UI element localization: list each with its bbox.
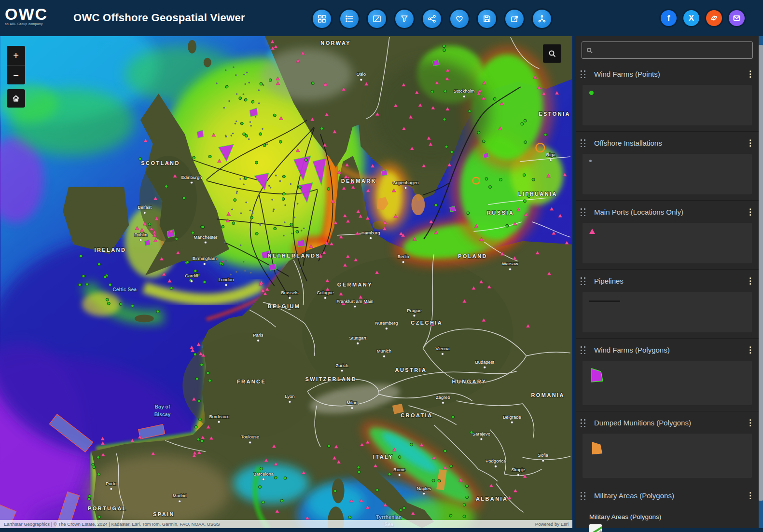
country-label: ALBANIA — [476, 496, 508, 502]
layer-header[interactable]: Military Areas (Polygons) ⋮ — [576, 484, 759, 506]
city-label: Manchester — [194, 234, 217, 240]
offshore-installation-marker — [233, 66, 235, 68]
wind-farm-marker — [311, 82, 314, 85]
wind-farm-marker — [282, 175, 285, 178]
wind-farm-marker — [466, 485, 469, 488]
drag-handle-icon[interactable] — [580, 138, 586, 147]
map-canvas[interactable]: NORWAYSCOTLANDIRELANDDENMARKNETHERLANDSG… — [0, 36, 572, 528]
wind-farm-marker — [208, 155, 211, 158]
map-edit-icon[interactable] — [368, 10, 386, 28]
wind-farm-marker — [449, 514, 452, 517]
wind-farm-marker — [282, 198, 285, 201]
scrollbar-thumb[interactable] — [759, 45, 763, 501]
wind-farm-marker — [78, 283, 81, 286]
city-label: Belgrade — [503, 414, 521, 420]
zoom-in-button[interactable]: + — [7, 46, 25, 66]
layer-list-icon[interactable] — [340, 10, 359, 28]
offshore-installation-marker — [266, 143, 268, 145]
city-dot — [218, 421, 220, 423]
save-icon[interactable] — [478, 10, 496, 28]
layer-legend — [583, 434, 752, 478]
city-label: Bordeaux — [209, 414, 229, 419]
layer-header[interactable]: Wind Farms (Points) ⋮ — [576, 63, 759, 85]
wind-farm-marker — [182, 197, 185, 200]
map-search-button[interactable] — [543, 44, 561, 63]
wind-farm-marker — [506, 224, 509, 227]
layer-search-input[interactable] — [597, 46, 749, 55]
sidebar-scrollbar — [759, 36, 763, 528]
drag-handle-icon[interactable] — [580, 418, 586, 427]
wind-farm-marker — [194, 353, 196, 356]
home-button[interactable] — [7, 89, 25, 108]
layer-options-icon[interactable]: ⋮ — [746, 345, 754, 355]
city-dot — [110, 488, 112, 490]
wind-farm-marker — [438, 479, 441, 482]
layer-header[interactable]: Dumped Munitions (Polygons) ⋮ — [576, 411, 759, 434]
drag-handle-icon[interactable] — [580, 69, 586, 78]
network-icon[interactable] — [533, 10, 551, 28]
city-dot — [442, 402, 444, 404]
country-label: POLAND — [458, 253, 487, 259]
city-label: Cardiff — [185, 273, 198, 278]
offshore-installation-marker — [284, 205, 286, 206]
zoom-out-button[interactable]: − — [7, 66, 25, 85]
drag-handle-icon[interactable] — [580, 207, 586, 216]
wind-farm-marker — [203, 281, 206, 284]
wind-farm-marker — [156, 310, 159, 313]
offshore-installation-marker — [239, 178, 241, 180]
wind-farm-marker — [334, 490, 337, 492]
city-dot — [357, 342, 359, 345]
basemap-gallery-icon[interactable] — [313, 10, 331, 28]
email-icon[interactable] — [729, 10, 745, 26]
link-icon[interactable] — [706, 10, 722, 26]
city-dot — [517, 474, 519, 476]
wind-farm-marker — [234, 199, 236, 202]
city-dot — [262, 478, 264, 480]
export-icon[interactable] — [505, 10, 524, 28]
wind-farm-marker — [262, 501, 264, 504]
drag-handle-icon[interactable] — [580, 345, 586, 354]
offshore-installation-marker — [257, 195, 259, 197]
wind-farm-marker — [194, 425, 197, 428]
layer-options-icon[interactable]: ⋮ — [746, 418, 754, 428]
layer-options-icon[interactable]: ⋮ — [746, 207, 754, 217]
green-point-swatch — [589, 91, 594, 95]
draw-icon[interactable] — [450, 10, 469, 28]
wind-farm-marker — [399, 509, 402, 512]
x-icon[interactable]: X — [683, 10, 699, 26]
wind-farm-marker — [88, 494, 91, 497]
offshore-installation-marker — [284, 221, 286, 223]
facebook-icon[interactable]: f — [661, 10, 677, 26]
country-label: DENMARK — [341, 178, 376, 184]
layer-header[interactable]: Wind Farms (Polygons) ⋮ — [576, 339, 759, 361]
layer-options-icon[interactable]: ⋮ — [746, 138, 754, 148]
layer-header[interactable]: Main Ports (Locations Only) ⋮ — [576, 201, 759, 223]
filter-icon[interactable] — [395, 10, 414, 28]
city-label: Hamburg — [361, 230, 380, 235]
line-swatch — [589, 300, 620, 302]
wind-farm-marker — [282, 192, 285, 195]
city-dot — [480, 438, 483, 440]
city-dot — [354, 305, 356, 308]
layer-title: Military Areas (Polygons) — [594, 491, 746, 500]
city-label: Naples — [417, 486, 431, 491]
city-dot — [351, 407, 353, 409]
layer-options-icon[interactable]: ⋮ — [746, 491, 754, 501]
layer-item-wind-farms-polygons: Wind Farms (Polygons) ⋮ — [576, 339, 759, 411]
wind-farm-marker — [97, 456, 100, 459]
share-nodes-icon[interactable] — [423, 10, 441, 28]
offshore-installation-marker — [244, 83, 246, 85]
layer-options-icon[interactable]: ⋮ — [746, 69, 754, 79]
layer-header[interactable]: Pipelines ⋮ — [576, 270, 759, 292]
wind-farm-marker — [269, 79, 272, 82]
map-container[interactable]: NORWAYSCOTLANDIRELANDDENMARKNETHERLANDSG… — [0, 36, 572, 528]
wind-farm-marker — [443, 49, 446, 52]
wind-farm-marker — [85, 283, 88, 286]
drag-handle-icon[interactable] — [580, 491, 586, 500]
wind-farm-marker — [250, 216, 253, 219]
layer-options-icon[interactable]: ⋮ — [746, 276, 754, 286]
wind-farm-marker — [219, 262, 222, 265]
layer-header[interactable]: Offshore Installations ⋮ — [576, 132, 759, 154]
drag-handle-icon[interactable] — [580, 276, 586, 285]
layer-search-box[interactable] — [582, 41, 753, 59]
